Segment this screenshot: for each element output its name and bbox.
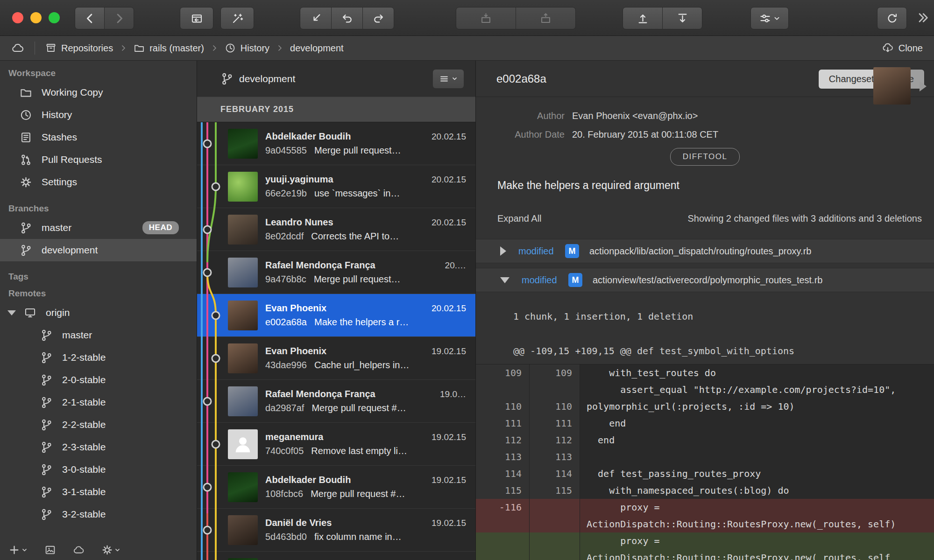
commit-sha: e002a68a <box>265 317 307 328</box>
sidebar-branch-development[interactable]: development <box>0 239 197 261</box>
commit-row[interactable]: Abdelkader Boudih19.02.15 108fcbc6Merge … <box>197 466 475 509</box>
avatar-disclosure-icon[interactable] <box>920 81 927 91</box>
disclosure-down-icon[interactable] <box>500 277 509 283</box>
breadcrumb-history[interactable]: History <box>225 42 269 54</box>
branch-label: 2-3-stable <box>62 441 106 453</box>
breadcrumb-separator <box>120 44 127 52</box>
avatar <box>228 215 258 245</box>
sidebar-item-stashes[interactable]: Stashes <box>0 126 197 148</box>
sidebar-remote-origin[interactable]: origin <box>0 301 197 324</box>
settings-dropdown-button[interactable] <box>750 7 789 29</box>
clone-button[interactable]: Clone <box>882 42 923 54</box>
sliders-icon <box>759 12 771 25</box>
expand-all-link[interactable]: Expand All <box>497 213 542 224</box>
minimize-window-button[interactable] <box>30 12 42 23</box>
stash-group <box>456 7 576 29</box>
refresh-button[interactable] <box>877 7 907 29</box>
breadcrumb-repositories[interactable]: Repositories <box>45 42 113 54</box>
sidebar-remote-branch-2-3-stable[interactable]: 2-3-stable <box>0 436 197 458</box>
sidebar-section-remotes[interactable]: Remotes <box>0 285 197 301</box>
snapshot-button[interactable] <box>44 544 56 556</box>
commit-row[interactable]: Rafael Mendonça França19.0… da2987afMerg… <box>197 380 475 423</box>
commit-row[interactable]: Leandro Nunes20.02.15 8e02dcdfCorrects t… <box>197 208 475 251</box>
sidebar-remote-branch-3-2-stable[interactable]: 3-2-stable <box>0 503 197 525</box>
unstash-button[interactable] <box>516 7 576 29</box>
cloud-icon[interactable] <box>11 42 24 55</box>
sidebar-section-workspace: Workspace <box>0 64 197 81</box>
zoom-window-button[interactable] <box>49 12 60 23</box>
commit-list-panel: development FEBRUARY 2015 Abdelkader Bou… <box>197 61 476 560</box>
commit-row[interactable]: Daniël de Vries19.02.15 5d463bd0fix colu… <box>197 509 475 552</box>
commit-message: Corrects the API to… <box>311 231 399 242</box>
sidebar-remote-branch-2-0-stable[interactable]: 2-0-stable <box>0 369 197 391</box>
commit-row[interactable]: Evan Phoenix19.02.15 43dae996Cache url_h… <box>197 337 475 380</box>
commit-row[interactable]: meganemura19.02.15 740c0f05Remove last e… <box>197 423 475 466</box>
commit-date: 20.02.15 <box>432 175 466 185</box>
file-row-expanded[interactable]: modified M actionview/test/activerecord/… <box>476 268 934 292</box>
commit-row[interactable]: Rafael Mendonça França20.… 9a476b8cMerge… <box>197 251 475 294</box>
branch-icon <box>40 351 53 364</box>
old-line-number: 115 <box>476 482 530 499</box>
disclosure-down-icon[interactable] <box>7 310 16 315</box>
difftool-button[interactable]: DIFFTOOL <box>670 148 740 166</box>
sidebar-remote-branch-3-0-stable[interactable]: 3-0-stable <box>0 458 197 481</box>
sidebar-item-working-copy[interactable]: Working Copy <box>0 81 197 104</box>
toolbar-overflow-button[interactable] <box>916 11 929 24</box>
commit-author: Evan Phoenix <box>265 303 426 314</box>
sidebar-remote-branch-3-1-stable[interactable]: 3-1-stable <box>0 481 197 503</box>
commit-row-selected[interactable]: Evan Phoenix20.02.15 e002a68aMake the he… <box>197 294 475 337</box>
close-window-button[interactable] <box>12 12 23 23</box>
new-line-number: 111 <box>530 415 580 432</box>
commit-row[interactable]: yuuji.yaginuma20.02.15 66e2e19buse `mess… <box>197 165 475 208</box>
sidebar-item-history[interactable]: History <box>0 104 197 126</box>
breadcrumb-repo[interactable]: rails (master) <box>134 42 204 54</box>
add-button[interactable] <box>8 544 28 556</box>
remote-monitor-icon <box>24 307 36 319</box>
checkout-button[interactable] <box>300 7 332 29</box>
list-view-dropdown[interactable] <box>432 69 464 89</box>
commit-button[interactable] <box>180 7 213 29</box>
wand-button[interactable] <box>220 7 254 29</box>
commit-author: Rafael Mendonça França <box>265 389 434 399</box>
sidebar-remote-branch-master[interactable]: master <box>0 324 197 346</box>
code-text: end <box>580 432 934 448</box>
commit-message: Make the helpers a r… <box>314 317 409 328</box>
sidebar-branch-master[interactable]: master HEAD <box>0 217 197 239</box>
commit-message: Merge pull request… <box>314 274 401 285</box>
disclosure-right-icon[interactable] <box>500 246 506 256</box>
chevron-right-icon <box>276 44 283 52</box>
sidebar-section-tags[interactable]: Tags <box>0 268 197 285</box>
remote-cloud-button[interactable] <box>73 544 85 556</box>
current-branch-label: development <box>239 73 295 84</box>
sidebar-remote-branch-2-1-stable[interactable]: 2-1-stable <box>0 391 197 413</box>
detail-header: e002a68a Changeset Tree <box>476 61 934 97</box>
old-line-number <box>476 516 530 532</box>
pull-button[interactable] <box>662 7 702 29</box>
breadcrumb: Repositories rails (master) History deve… <box>0 36 934 61</box>
commit-row[interactable]: Abdelkader Boudih19.02.15 <box>197 552 475 560</box>
old-line-number: 113 <box>476 448 530 465</box>
forward-button[interactable] <box>104 7 134 29</box>
file-row-collapsed[interactable]: modified M actionpack/lib/action_dispatc… <box>476 239 934 263</box>
commit-row[interactable]: Abdelkader Boudih20.02.15 9a045585Merge … <box>197 122 475 165</box>
sidebar-remote-branch-2-2-stable[interactable]: 2-2-stable <box>0 413 197 436</box>
commit-message: use `messages` in… <box>314 188 400 199</box>
hunk-header: @@ -109,15 +109,15 @@ def test_symbol_wi… <box>476 345 934 357</box>
settings-button[interactable] <box>101 544 120 556</box>
reset-button[interactable] <box>331 7 363 29</box>
title-bar <box>0 0 934 36</box>
push-button[interactable] <box>623 7 663 29</box>
back-button[interactable] <box>75 7 105 29</box>
sidebar-remote-branch-1-2-stable[interactable]: 1-2-stable <box>0 346 197 369</box>
breadcrumb-branch[interactable]: development <box>290 43 344 54</box>
chevron-down-icon <box>452 76 458 82</box>
sidebar-item-label: Stashes <box>42 132 77 143</box>
commit-message: Merge pull request… <box>314 145 401 156</box>
reapply-button[interactable] <box>362 7 394 29</box>
stash-button[interactable] <box>456 7 516 29</box>
refresh-icon <box>886 12 899 25</box>
clone-cloud-icon <box>882 42 894 54</box>
commit-author: meganemura <box>265 432 426 442</box>
sidebar-item-settings[interactable]: Settings <box>0 171 197 193</box>
sidebar-item-pull-requests[interactable]: Pull Requests <box>0 148 197 171</box>
